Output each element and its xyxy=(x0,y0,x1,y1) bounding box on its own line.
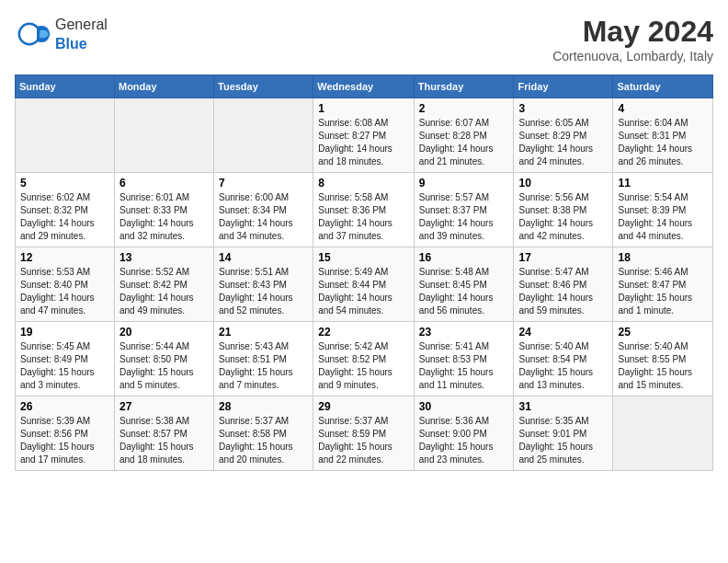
day-info: Sunrise: 5:47 AM Sunset: 8:46 PM Dayligh… xyxy=(518,266,608,317)
calendar-cell xyxy=(16,98,115,173)
day-number: 19 xyxy=(20,326,109,339)
calendar-cell: 12Sunrise: 5:53 AM Sunset: 8:40 PM Dayli… xyxy=(16,247,115,322)
calendar-cell: 10Sunrise: 5:56 AM Sunset: 8:38 PM Dayli… xyxy=(514,173,613,247)
day-number: 20 xyxy=(119,326,209,339)
day-info: Sunrise: 6:05 AM Sunset: 8:29 PM Dayligh… xyxy=(518,117,608,168)
day-number: 17 xyxy=(518,251,608,264)
calendar-cell: 13Sunrise: 5:52 AM Sunset: 8:42 PM Dayli… xyxy=(114,247,213,322)
day-info: Sunrise: 5:35 AM Sunset: 9:01 PM Dayligh… xyxy=(518,415,608,466)
day-number: 18 xyxy=(618,251,708,264)
calendar-cell: 27Sunrise: 5:38 AM Sunset: 8:57 PM Dayli… xyxy=(114,396,213,471)
calendar-cell: 28Sunrise: 5:37 AM Sunset: 8:58 PM Dayli… xyxy=(214,396,313,471)
month-title: May 2024 xyxy=(552,15,713,49)
day-number: 1 xyxy=(318,102,409,115)
weekday-header-saturday: Saturday xyxy=(613,75,713,98)
day-info: Sunrise: 5:58 AM Sunset: 8:36 PM Dayligh… xyxy=(318,191,409,243)
page-header: General Blue May 2024 Cortenuova, Lombar… xyxy=(15,15,713,63)
day-info: Sunrise: 5:37 AM Sunset: 8:58 PM Dayligh… xyxy=(219,415,308,466)
day-number: 4 xyxy=(618,102,708,115)
day-info: Sunrise: 5:54 AM Sunset: 8:39 PM Dayligh… xyxy=(618,191,708,243)
day-number: 26 xyxy=(20,400,109,413)
svg-point-0 xyxy=(19,24,40,44)
calendar-week-row: 1Sunrise: 6:08 AM Sunset: 8:27 PM Daylig… xyxy=(16,98,713,173)
calendar-cell: 29Sunrise: 5:37 AM Sunset: 8:59 PM Dayli… xyxy=(313,396,415,471)
calendar-cell xyxy=(114,98,213,173)
day-number: 12 xyxy=(20,251,109,264)
calendar-cell: 19Sunrise: 5:45 AM Sunset: 8:49 PM Dayli… xyxy=(16,322,115,396)
day-number: 3 xyxy=(518,102,608,115)
calendar-cell: 3Sunrise: 6:05 AM Sunset: 8:29 PM Daylig… xyxy=(514,98,613,173)
day-number: 13 xyxy=(119,251,209,264)
day-number: 9 xyxy=(419,177,509,190)
day-info: Sunrise: 5:38 AM Sunset: 8:57 PM Dayligh… xyxy=(119,415,209,466)
day-number: 2 xyxy=(419,102,509,115)
day-number: 29 xyxy=(318,400,409,413)
day-info: Sunrise: 5:40 AM Sunset: 8:55 PM Dayligh… xyxy=(618,340,708,392)
calendar-cell: 6Sunrise: 6:01 AM Sunset: 8:33 PM Daylig… xyxy=(114,173,213,247)
day-number: 7 xyxy=(219,177,308,190)
calendar-table: SundayMondayTuesdayWednesdayThursdayFrid… xyxy=(15,75,713,471)
calendar-cell: 18Sunrise: 5:46 AM Sunset: 8:47 PM Dayli… xyxy=(613,247,713,322)
day-info: Sunrise: 5:42 AM Sunset: 8:52 PM Dayligh… xyxy=(318,340,409,392)
calendar-cell: 16Sunrise: 5:48 AM Sunset: 8:45 PM Dayli… xyxy=(414,247,514,322)
calendar-cell: 9Sunrise: 5:57 AM Sunset: 8:37 PM Daylig… xyxy=(414,173,514,247)
weekday-header-wednesday: Wednesday xyxy=(313,75,415,98)
day-number: 25 xyxy=(618,326,708,339)
day-info: Sunrise: 6:04 AM Sunset: 8:31 PM Dayligh… xyxy=(618,117,708,168)
day-number: 6 xyxy=(119,177,209,190)
weekday-header-row: SundayMondayTuesdayWednesdayThursdayFrid… xyxy=(16,75,713,98)
day-number: 8 xyxy=(318,177,409,190)
day-info: Sunrise: 5:44 AM Sunset: 8:50 PM Dayligh… xyxy=(119,340,209,392)
calendar-cell: 31Sunrise: 5:35 AM Sunset: 9:01 PM Dayli… xyxy=(514,396,613,471)
calendar-cell: 15Sunrise: 5:49 AM Sunset: 8:44 PM Dayli… xyxy=(313,247,415,322)
day-number: 11 xyxy=(618,177,708,190)
calendar-cell: 23Sunrise: 5:41 AM Sunset: 8:53 PM Dayli… xyxy=(414,322,514,396)
calendar-cell: 4Sunrise: 6:04 AM Sunset: 8:31 PM Daylig… xyxy=(613,98,713,173)
calendar-cell: 30Sunrise: 5:36 AM Sunset: 9:00 PM Dayli… xyxy=(414,396,514,471)
calendar-cell: 2Sunrise: 6:07 AM Sunset: 8:28 PM Daylig… xyxy=(414,98,514,173)
calendar-cell: 14Sunrise: 5:51 AM Sunset: 8:43 PM Dayli… xyxy=(214,247,313,322)
day-info: Sunrise: 5:56 AM Sunset: 8:38 PM Dayligh… xyxy=(518,191,608,243)
day-number: 30 xyxy=(419,400,509,413)
day-info: Sunrise: 5:43 AM Sunset: 8:51 PM Dayligh… xyxy=(219,340,308,392)
logo-general-text: General xyxy=(55,17,108,32)
day-number: 15 xyxy=(318,251,409,264)
day-number: 14 xyxy=(219,251,308,264)
day-info: Sunrise: 5:37 AM Sunset: 8:59 PM Dayligh… xyxy=(318,415,409,466)
logo-blue-text: Blue xyxy=(55,36,87,52)
weekday-header-tuesday: Tuesday xyxy=(214,75,313,98)
day-info: Sunrise: 5:52 AM Sunset: 8:42 PM Dayligh… xyxy=(119,266,209,317)
calendar-cell: 22Sunrise: 5:42 AM Sunset: 8:52 PM Dayli… xyxy=(313,322,415,396)
weekday-header-thursday: Thursday xyxy=(414,75,514,98)
weekday-header-monday: Monday xyxy=(114,75,213,98)
calendar-cell: 7Sunrise: 6:00 AM Sunset: 8:34 PM Daylig… xyxy=(214,173,313,247)
day-info: Sunrise: 5:48 AM Sunset: 8:45 PM Dayligh… xyxy=(419,266,509,317)
day-info: Sunrise: 5:46 AM Sunset: 8:47 PM Dayligh… xyxy=(618,266,708,317)
location-subtitle: Cortenuova, Lombardy, Italy xyxy=(552,49,713,63)
day-info: Sunrise: 5:45 AM Sunset: 8:49 PM Dayligh… xyxy=(20,340,109,392)
day-number: 24 xyxy=(518,326,608,339)
title-area: May 2024 Cortenuova, Lombardy, Italy xyxy=(552,15,713,63)
day-number: 16 xyxy=(419,251,509,264)
day-number: 27 xyxy=(119,400,209,413)
day-info: Sunrise: 5:39 AM Sunset: 8:56 PM Dayligh… xyxy=(20,415,109,466)
calendar-cell: 26Sunrise: 5:39 AM Sunset: 8:56 PM Dayli… xyxy=(16,396,115,471)
calendar-cell: 25Sunrise: 5:40 AM Sunset: 8:55 PM Dayli… xyxy=(613,322,713,396)
calendar-cell: 5Sunrise: 6:02 AM Sunset: 8:32 PM Daylig… xyxy=(16,173,115,247)
calendar-cell: 11Sunrise: 5:54 AM Sunset: 8:39 PM Dayli… xyxy=(613,173,713,247)
weekday-header-sunday: Sunday xyxy=(16,75,115,98)
calendar-cell xyxy=(214,98,313,173)
day-info: Sunrise: 5:41 AM Sunset: 8:53 PM Dayligh… xyxy=(419,340,509,392)
day-number: 31 xyxy=(518,400,608,413)
day-info: Sunrise: 6:01 AM Sunset: 8:33 PM Dayligh… xyxy=(119,191,209,243)
day-info: Sunrise: 5:57 AM Sunset: 8:37 PM Dayligh… xyxy=(419,191,509,243)
calendar-week-row: 26Sunrise: 5:39 AM Sunset: 8:56 PM Dayli… xyxy=(16,396,713,471)
day-info: Sunrise: 6:00 AM Sunset: 8:34 PM Dayligh… xyxy=(219,191,308,243)
day-info: Sunrise: 5:40 AM Sunset: 8:54 PM Dayligh… xyxy=(518,340,608,392)
day-info: Sunrise: 6:07 AM Sunset: 8:28 PM Dayligh… xyxy=(419,117,509,168)
calendar-week-row: 5Sunrise: 6:02 AM Sunset: 8:32 PM Daylig… xyxy=(16,173,713,247)
day-number: 28 xyxy=(219,400,308,413)
calendar-week-row: 12Sunrise: 5:53 AM Sunset: 8:40 PM Dayli… xyxy=(16,247,713,322)
day-number: 5 xyxy=(20,177,109,190)
day-number: 10 xyxy=(518,177,608,190)
